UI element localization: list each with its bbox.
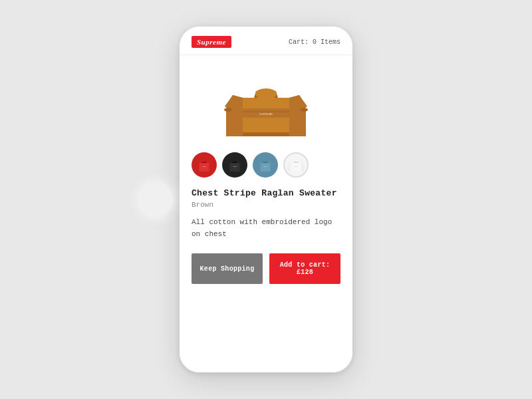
swatch-black[interactable]: SUPREME	[222, 152, 247, 178]
phone-frame: Supreme Cart: 0 Items	[180, 27, 352, 372]
swatch-white-inner: SUPREME	[285, 154, 307, 176]
product-title: Chest Stripe Raglan Sweater	[192, 188, 340, 198]
color-swatches: SUPREME SUPREME	[192, 152, 340, 178]
swatch-white[interactable]: SUPREME	[283, 152, 309, 178]
sweater-svg: SUPREME	[219, 70, 313, 143]
svg-point-5	[224, 108, 232, 112]
decorative-shadow	[140, 183, 173, 216]
product-content: SUPREME	[180, 55, 352, 372]
svg-rect-4	[243, 132, 289, 136]
product-color: Brown	[192, 201, 340, 209]
swatch-blue-inner: SUPREME	[254, 154, 277, 176]
svg-point-6	[300, 108, 308, 112]
cart-count[interactable]: Cart: 0 Items	[289, 39, 340, 46]
product-description: All cotton with embroidered logo on ches…	[192, 217, 340, 240]
swatch-red[interactable]: SUPREME	[192, 152, 217, 178]
add-to-cart-button[interactable]: Add to cart: £128	[269, 253, 340, 284]
swatch-black-inner: SUPREME	[223, 154, 246, 176]
product-image: SUPREME	[219, 70, 313, 143]
app-header: Supreme Cart: 0 Items	[180, 27, 352, 55]
svg-point-0	[255, 88, 277, 99]
button-row: Keep Shopping Add to cart: £128	[192, 253, 340, 284]
phone-wrapper: Supreme Cart: 0 Items	[180, 27, 352, 372]
supreme-logo[interactable]: Supreme	[192, 36, 231, 48]
product-image-container: SUPREME	[192, 63, 340, 152]
swatch-red-inner: SUPREME	[193, 154, 215, 176]
svg-text:SUPREME: SUPREME	[259, 112, 273, 116]
keep-shopping-button[interactable]: Keep Shopping	[192, 253, 263, 284]
swatch-blue[interactable]: SUPREME	[253, 152, 278, 178]
